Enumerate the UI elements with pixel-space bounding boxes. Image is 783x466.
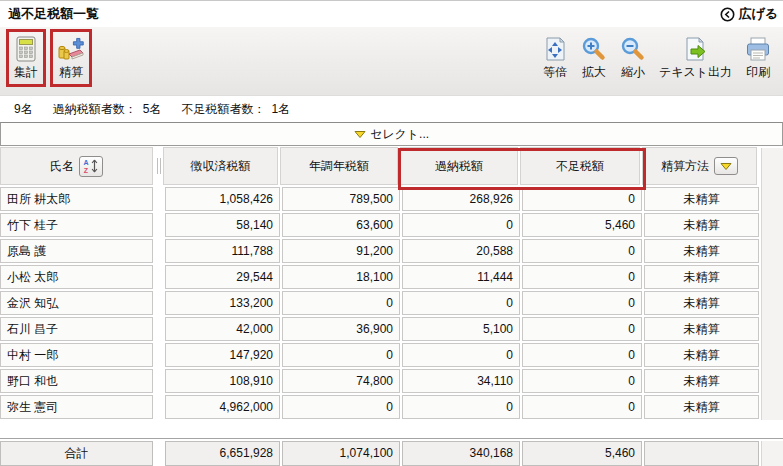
zoom-in-label: 拡大 xyxy=(582,64,606,81)
annual-tax-cell: 91,200 xyxy=(282,239,400,263)
table-header-row: 氏名 A Z 徴収済税額 年調年税額 過納税額 不足税額 精算方法 xyxy=(0,147,783,185)
annual-tax-cell: 0 xyxy=(282,395,400,419)
shortfall-tax-cell: 0 xyxy=(522,395,642,419)
settlement-method-cell: 未精算 xyxy=(644,265,759,289)
filter-triangle-icon xyxy=(720,162,732,171)
shortfall-tax-cell: 5,460 xyxy=(522,213,642,237)
header-shortfall-tax[interactable]: 不足税額 xyxy=(520,147,640,185)
svg-text:Z: Z xyxy=(84,167,89,174)
separator-cell xyxy=(155,239,163,263)
actual-size-icon xyxy=(542,36,568,62)
settlement-method-cell: 未精算 xyxy=(644,187,759,211)
annual-tax-cell: 789,500 xyxy=(282,187,400,211)
sort-az-icon: A Z xyxy=(82,158,100,174)
table-row[interactable]: 石川 昌子 42,000 36,900 5,100 0 未精算 xyxy=(0,317,783,341)
highlight-box-settle: 精算 xyxy=(50,29,92,87)
overpaid-tax-cell: 11,444 xyxy=(402,265,520,289)
overpaid-tax-cell: 0 xyxy=(402,343,520,367)
separator-grip-icon xyxy=(157,158,161,174)
title-bar: 過不足税額一覧 広げる xyxy=(0,1,783,27)
toolbar-left-group: 集計 精算 xyxy=(6,29,92,87)
select-dropdown-bar[interactable]: セレクト... xyxy=(0,122,783,146)
settlement-method-cell: 未精算 xyxy=(644,317,759,341)
table-row[interactable]: 弥生 憲司 4,962,000 0 0 0 未精算 xyxy=(0,395,783,419)
withheld-tax-cell: 108,910 xyxy=(165,369,280,393)
method-filter-button[interactable] xyxy=(714,157,738,175)
status-bar: 9名 過納税額者数： 5名 不足税額者数： 1名 xyxy=(0,96,783,122)
separator-cell xyxy=(155,317,163,341)
employee-name-cell: 弥生 憲司 xyxy=(0,395,153,419)
withheld-tax-cell: 1,058,426 xyxy=(165,187,280,211)
total-label-cell: 合計 xyxy=(0,441,153,466)
withheld-tax-cell: 4,962,000 xyxy=(165,395,280,419)
header-overpaid-tax[interactable]: 過納税額 xyxy=(400,147,518,185)
shortfall-tax-cell: 0 xyxy=(522,291,642,315)
shortfall-tax-cell: 0 xyxy=(522,239,642,263)
overpaid-tax-cell: 0 xyxy=(402,395,520,419)
separator-cell xyxy=(155,395,163,419)
overpaid-tax-cell: 5,100 xyxy=(402,317,520,341)
employee-name-cell: 金沢 知弘 xyxy=(0,291,153,315)
withheld-tax-cell: 111,788 xyxy=(165,239,280,263)
table-row[interactable]: 竹下 桂子 58,140 63,600 0 5,460 未精算 xyxy=(0,213,783,237)
settlement-method-cell: 未精算 xyxy=(644,213,759,237)
text-export-button[interactable]: テキスト出力 xyxy=(657,33,734,83)
table-row[interactable]: 中村 一郎 147,920 0 0 0 未精算 xyxy=(0,343,783,367)
zoom-in-icon xyxy=(581,36,607,62)
separator-cell xyxy=(155,343,163,367)
overpaid-tax-cell: 0 xyxy=(402,291,520,315)
shortfall-tax-cell: 0 xyxy=(522,187,642,211)
overpaid-tax-cell: 268,926 xyxy=(402,187,520,211)
settlement-method-cell: 未精算 xyxy=(644,239,759,263)
header-name[interactable]: 氏名 A Z xyxy=(0,147,153,185)
annual-tax-cell: 0 xyxy=(282,291,400,315)
total-withheld-cell: 6,651,928 xyxy=(165,441,280,466)
actual-size-label: 等倍 xyxy=(543,64,567,81)
chevron-left-circle-icon xyxy=(720,7,735,22)
aggregate-label: 集計 xyxy=(14,64,38,81)
overpaid-tax-cell: 34,110 xyxy=(402,369,520,393)
total-section-divider xyxy=(0,438,783,439)
select-label: セレクト... xyxy=(370,126,429,143)
calculator-icon xyxy=(14,36,38,62)
print-button[interactable]: 印刷 xyxy=(743,33,773,83)
print-icon xyxy=(745,36,771,62)
settlement-method-cell: 未精算 xyxy=(644,369,759,393)
column-separator[interactable] xyxy=(155,147,163,185)
sort-button[interactable]: A Z xyxy=(79,156,103,177)
toolbar: 集計 精算 xyxy=(0,27,783,96)
highlight-box-aggregate: 集計 xyxy=(6,29,46,87)
zoom-in-button[interactable]: 拡大 xyxy=(579,33,609,83)
status-overpaid-count: 5名 xyxy=(143,101,162,118)
svg-text:A: A xyxy=(83,159,88,166)
aggregate-button[interactable]: 集計 xyxy=(11,33,41,83)
expand-button[interactable]: 広げる xyxy=(720,5,778,23)
settle-button[interactable]: 精算 xyxy=(55,33,87,83)
table-row[interactable]: 小松 太郎 29,544 18,100 11,444 0 未精算 xyxy=(0,265,783,289)
employee-name-cell: 原島 護 xyxy=(0,239,153,263)
zoom-out-button[interactable]: 縮小 xyxy=(618,33,648,83)
withheld-tax-cell: 147,920 xyxy=(165,343,280,367)
withheld-tax-cell: 29,544 xyxy=(165,265,280,289)
settlement-method-cell: 未精算 xyxy=(644,343,759,367)
employee-name-cell: 小松 太郎 xyxy=(0,265,153,289)
header-withheld-tax[interactable]: 徴収済税額 xyxy=(163,147,278,185)
separator-cell xyxy=(155,187,163,211)
table-row[interactable]: 野口 和也 108,910 74,800 34,110 0 未精算 xyxy=(0,369,783,393)
header-settlement-method[interactable]: 精算方法 xyxy=(642,147,757,185)
table-right-gutter-total xyxy=(761,441,783,466)
employee-name-cell: 中村 一郎 xyxy=(0,343,153,367)
table-row[interactable]: 原島 護 111,788 91,200 20,588 0 未精算 xyxy=(0,239,783,263)
actual-size-button[interactable]: 等倍 xyxy=(540,33,570,83)
table-row[interactable]: 田所 耕太郎 1,058,426 789,500 268,926 0 未精算 xyxy=(0,187,783,211)
header-name-label: 氏名 xyxy=(50,158,74,175)
header-annual-adjusted-tax[interactable]: 年調年税額 xyxy=(280,147,398,185)
separator-cell xyxy=(155,213,163,237)
overpaid-shortfall-tax-window: 過不足税額一覧 広げる xyxy=(0,0,783,466)
shortfall-tax-cell: 0 xyxy=(522,369,642,393)
zoom-out-label: 縮小 xyxy=(621,64,645,81)
employee-name-cell: 野口 和也 xyxy=(0,369,153,393)
settlement-method-cell: 未精算 xyxy=(644,291,759,315)
table-row[interactable]: 金沢 知弘 133,200 0 0 0 未精算 xyxy=(0,291,783,315)
page-title: 過不足税額一覧 xyxy=(8,5,99,23)
